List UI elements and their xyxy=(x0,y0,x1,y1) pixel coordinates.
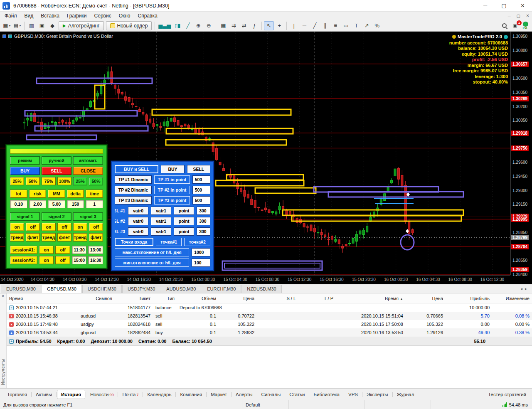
history-column-header-0[interactable]: Время xyxy=(7,296,78,301)
chart-area[interactable]: GBPUSD,M30: Great Britain Pound vs US Do… xyxy=(0,32,532,284)
history-column-header-9[interactable]: Цена xyxy=(406,296,446,301)
tabs-scroll-arrows[interactable]: ◂▸ xyxy=(520,286,530,291)
trendline-icon[interactable]: ╱ xyxy=(310,21,320,30)
history-column-header-3[interactable]: Тип xyxy=(153,296,177,301)
entry-points-button[interactable]: Точки входа xyxy=(115,238,153,246)
tp-value-input-2[interactable]: 500 xyxy=(192,196,210,204)
ea-param-header-1[interactable]: risk xyxy=(29,190,47,198)
new-order-button[interactable]: Новый ордер xyxy=(106,21,152,30)
panel-sell-button[interactable]: SELL xyxy=(187,165,210,173)
chart-close-button[interactable]: × xyxy=(523,13,532,19)
toolbox-tab-6[interactable]: Компания xyxy=(176,390,206,399)
entry-point1-button[interactable]: точка#1 xyxy=(156,238,182,246)
min-deviation-input[interactable]: 100 xyxy=(192,259,210,267)
price-axis[interactable]: 1.309501.308001.306501.305001.303501.302… xyxy=(510,32,532,275)
ea-signal-toggle-1[interactable]: off xyxy=(26,223,40,231)
ea-param-input-3[interactable]: 150 xyxy=(67,200,84,208)
market-watch-icon[interactable]: ▥ xyxy=(27,21,37,30)
auto-scroll-icon[interactable]: ⇉ xyxy=(229,21,239,30)
cursor-icon[interactable]: ↖ xyxy=(264,21,274,30)
menu-item-2[interactable]: Вставка xyxy=(37,12,63,20)
tp-dinamic-button-2[interactable]: TP #3 Dinamic xyxy=(115,196,152,204)
entry-point2-button[interactable]: точка#2 xyxy=(184,238,210,246)
ea-session-to-0[interactable]: 13:00 xyxy=(88,246,103,254)
ea-signal-toggle-3[interactable]: off xyxy=(57,223,71,231)
toolbox-tab-12[interactable]: VPS xyxy=(345,390,362,399)
chart-shift-icon[interactable]: ⇄ xyxy=(239,21,249,30)
ea-session-from-1[interactable]: 15:00 xyxy=(72,256,87,264)
ea-signal-toggle-2[interactable]: on xyxy=(42,223,56,231)
ea-mode-button-0[interactable]: режим xyxy=(10,156,40,165)
chart-minimize-button[interactable]: ─ xyxy=(505,14,513,18)
ea-param-input-1[interactable]: 2.00 xyxy=(29,200,47,208)
tp-dinamic-button-1[interactable]: TP #2 Dinamic xyxy=(115,186,152,194)
notifications-button[interactable]: ◉1 xyxy=(510,21,520,30)
history-column-header-11[interactable]: Изменение xyxy=(492,296,532,301)
tp-value-input-0[interactable]: 500 xyxy=(192,175,210,184)
ea-close-button[interactable]: CLOSE xyxy=(73,167,103,175)
crosshair-icon[interactable]: + xyxy=(274,21,284,30)
ea-signal-button-2[interactable]: signal 3 xyxy=(73,212,103,221)
toolbox-tab-10[interactable]: Статьи xyxy=(286,390,308,399)
ea-signal-toggle-5[interactable]: off xyxy=(89,223,103,231)
ea-percent-button-2[interactable]: 75% xyxy=(42,177,56,185)
history-row-0[interactable]: +2020.10.15 07:44:21151804177balanceDepo… xyxy=(7,303,532,312)
toolbox-tab-4[interactable]: Почта7 xyxy=(118,390,142,399)
chart-tab-1[interactable]: GBPUSD,M30 xyxy=(42,285,82,293)
ea-percent-button-1[interactable]: 50% xyxy=(26,177,40,185)
connection-status[interactable]: 54.48 ms xyxy=(502,402,532,407)
sl-vatr1-button-1[interactable]: vatr1 xyxy=(151,217,171,225)
chart-restore-button[interactable]: ▢ xyxy=(514,14,523,18)
chart-tab-3[interactable]: USDJPY,M30 xyxy=(122,285,160,293)
sl-value-input-1[interactable]: 300 xyxy=(197,217,210,225)
history-column-header-10[interactable]: Прибыль xyxy=(446,296,492,301)
data-window-icon[interactable]: ▣ xyxy=(37,21,47,30)
ea-param-header-3[interactable]: delta xyxy=(67,190,84,198)
candles-chart-icon[interactable]: ▯▮ xyxy=(172,21,182,30)
tile-windows-icon[interactable]: ▦ xyxy=(218,21,228,30)
panel-buy-button[interactable]: BUY xyxy=(161,165,184,173)
ea-session-from-0[interactable]: 11:30 xyxy=(72,246,87,254)
chart-tab-5[interactable]: EURCHF,M30 xyxy=(202,285,241,293)
ea-percent-button-0[interactable]: 25% xyxy=(10,177,24,185)
search-button[interactable] xyxy=(500,21,510,30)
history-column-header-8[interactable]: Время▲ xyxy=(336,296,406,301)
line-chart-icon[interactable]: ╱ xyxy=(183,21,193,30)
ea-signal-mode-4[interactable]: тренд xyxy=(73,233,87,241)
tp-inpoint-button-0[interactable]: TP #1 in point xyxy=(154,175,190,184)
strategy-tester-tab[interactable]: Тестер стратегий xyxy=(488,392,526,397)
sl-vatr0-button-1[interactable]: vatr0 xyxy=(128,217,148,225)
chart-tab-0[interactable]: EURUSD,M30 xyxy=(1,285,41,293)
history-column-header-1[interactable]: Символ xyxy=(78,296,115,301)
arrows-tool-icon[interactable]: ↗ xyxy=(362,21,372,30)
tp-dinamic-button-0[interactable]: TP #1 Dinamic xyxy=(115,175,152,184)
zoom-in-icon[interactable]: ⊕ xyxy=(193,21,203,30)
menu-item-3[interactable]: Графики xyxy=(63,12,91,20)
chart-tab-4[interactable]: AUDUSD,M30 xyxy=(161,285,201,293)
tp-inpoint-button-1[interactable]: TP #2 in point xyxy=(154,186,190,194)
max-deviation-input[interactable]: 1000 xyxy=(192,248,210,256)
panel-buysell-button[interactable]: BUY и SELL xyxy=(115,165,158,173)
menu-item-0[interactable]: Файл xyxy=(1,12,21,20)
ea-percent-button-5[interactable]: 50% xyxy=(89,177,103,185)
ea-percent-button-4[interactable]: 25% xyxy=(73,177,87,185)
ea-sell-button[interactable]: SELL xyxy=(42,167,71,175)
toolbox-tab-1[interactable]: Активы xyxy=(32,390,56,399)
sl-value-input-2[interactable]: 300 xyxy=(197,227,210,236)
ea-signal-mode-5[interactable]: флет xyxy=(89,233,103,241)
text-tool-icon[interactable]: T xyxy=(351,21,361,30)
ea-param-header-2[interactable]: MM xyxy=(48,190,65,198)
history-column-header-7[interactable]: T / P xyxy=(298,296,336,301)
ea-session-on-0[interactable]: on xyxy=(39,246,54,254)
ea-session-on-1[interactable]: on xyxy=(39,256,54,264)
profiles-button[interactable]: ▤▾ xyxy=(12,21,22,30)
ea-signal-toggle-0[interactable]: on xyxy=(10,223,24,231)
toolbox-tab-2[interactable]: История xyxy=(57,390,85,399)
toolbox-tab-7[interactable]: Маркет xyxy=(207,390,231,399)
sl-point-button-0[interactable]: point xyxy=(174,207,194,215)
sl-vatr0-button-0[interactable]: vatr0 xyxy=(128,207,148,215)
ea-param-header-4[interactable]: time xyxy=(86,190,103,198)
ea-signal-mode-1[interactable]: флет xyxy=(26,233,40,241)
menu-item-1[interactable]: Вид xyxy=(21,12,37,20)
tp-value-input-1[interactable]: 500 xyxy=(192,186,210,194)
